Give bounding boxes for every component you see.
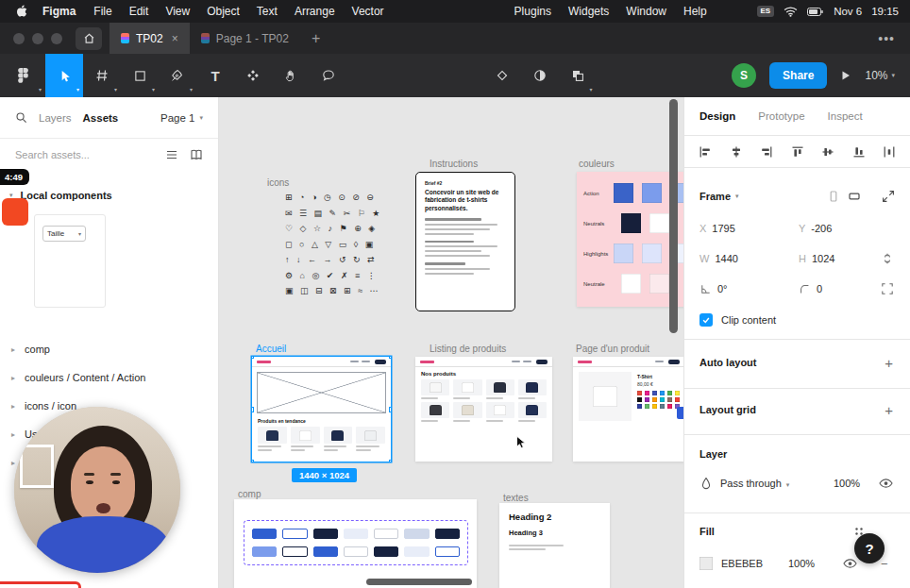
present-icon[interactable] bbox=[840, 70, 851, 81]
color-swatch[interactable] bbox=[621, 274, 641, 294]
y-position-field[interactable]: Y-206 bbox=[799, 223, 832, 234]
new-tab-button[interactable]: + bbox=[300, 30, 331, 47]
library-book-icon[interactable] bbox=[190, 148, 203, 161]
menubar-clock[interactable]: 19:15 bbox=[871, 6, 899, 17]
menu-item[interactable]: Vector bbox=[344, 5, 393, 18]
tab-assets[interactable]: Assets bbox=[83, 112, 119, 124]
eye-icon[interactable] bbox=[879, 478, 893, 489]
shape-tool[interactable]: ▾ bbox=[121, 54, 159, 97]
close-window-button[interactable] bbox=[13, 33, 25, 44]
boolean-groups-tool[interactable]: ▾ bbox=[559, 54, 597, 97]
menu-item[interactable]: Plugins bbox=[506, 5, 560, 18]
assets-tree-item[interactable]: ▸ couleurs / Content / Action bbox=[0, 363, 218, 392]
portrait-orientation-icon[interactable] bbox=[827, 190, 840, 203]
home-tab[interactable] bbox=[76, 27, 102, 50]
selection-handle[interactable] bbox=[389, 357, 391, 359]
color-swatch[interactable] bbox=[649, 274, 669, 294]
selection-handle[interactable] bbox=[252, 407, 254, 412]
landscape-orientation-icon[interactable] bbox=[848, 190, 861, 203]
horizontal-scrollbar[interactable] bbox=[366, 579, 472, 585]
menu-item[interactable]: Window bbox=[617, 5, 675, 18]
webcam-overlay[interactable] bbox=[14, 407, 180, 573]
selection-handle[interactable] bbox=[252, 460, 254, 462]
selection-handle[interactable] bbox=[252, 357, 254, 359]
remove-fill-button[interactable]: − bbox=[881, 557, 888, 571]
comment-tool[interactable] bbox=[310, 54, 347, 97]
x-position-field[interactable]: X1795 bbox=[699, 223, 735, 234]
tab-tp02[interactable]: TP02 × bbox=[110, 23, 190, 54]
minimize-window-button[interactable] bbox=[32, 33, 43, 44]
resources-tool[interactable] bbox=[483, 54, 521, 97]
tab-design[interactable]: Design bbox=[699, 110, 735, 122]
clip-content-checkbox[interactable] bbox=[699, 313, 713, 327]
vertical-scrollbar[interactable] bbox=[669, 99, 678, 333]
align-horizontal-center-icon[interactable] bbox=[730, 145, 743, 159]
page-selector[interactable]: Page 1▾ bbox=[160, 112, 203, 124]
corner-radius-field[interactable]: 0 bbox=[799, 283, 822, 295]
align-top-icon[interactable] bbox=[791, 145, 804, 159]
color-swatch[interactable] bbox=[614, 244, 633, 263]
frame-title-comp[interactable]: comp bbox=[238, 489, 261, 499]
frame-comp[interactable] bbox=[234, 499, 477, 588]
rotation-field[interactable]: 0° bbox=[699, 283, 728, 295]
frame-produit[interactable]: T-Shirt 80,00 € bbox=[573, 357, 683, 462]
selection-handle[interactable] bbox=[389, 460, 391, 462]
frame-title-produit[interactable]: Page d'un produit bbox=[576, 344, 649, 354]
local-components-header[interactable]: ▾ Local components bbox=[0, 184, 218, 207]
hand-tool[interactable] bbox=[272, 54, 310, 97]
align-vertical-center-icon[interactable] bbox=[821, 145, 834, 159]
component-preview-taille[interactable]: Taille▾ bbox=[34, 214, 106, 308]
close-tab-icon[interactable]: × bbox=[170, 32, 178, 45]
add-auto-layout-button[interactable]: + bbox=[885, 355, 893, 371]
frame-title-accueil[interactable]: Accueil bbox=[256, 344, 286, 354]
width-field[interactable]: W1440 bbox=[699, 253, 738, 264]
app-menu-figma[interactable]: Figma bbox=[33, 5, 85, 18]
color-swatch[interactable] bbox=[642, 244, 662, 263]
align-left-icon[interactable] bbox=[699, 145, 712, 159]
pen-tool[interactable]: ▾ bbox=[159, 54, 196, 97]
mask-tool[interactable] bbox=[521, 54, 559, 97]
help-button[interactable]: ? bbox=[854, 533, 885, 563]
frame-couleurs[interactable]: Action Neutrals Highlights bbox=[577, 172, 683, 307]
assets-tree-item[interactable]: ▸ comp bbox=[0, 335, 218, 363]
independent-corners-icon[interactable] bbox=[881, 282, 894, 295]
tab-inspect[interactable]: Inspect bbox=[828, 110, 863, 122]
frame-listing[interactable]: Nos produits bbox=[415, 357, 552, 462]
menu-item[interactable]: Help bbox=[675, 5, 716, 18]
menu-item[interactable]: Widgets bbox=[560, 5, 617, 18]
tab-page1-tp02[interactable]: Page 1 - TP02 bbox=[190, 23, 300, 54]
add-layout-grid-button[interactable]: + bbox=[885, 402, 893, 418]
apple-menu[interactable] bbox=[9, 5, 33, 18]
align-right-icon[interactable] bbox=[760, 145, 773, 159]
frame-instructions[interactable]: Brief #2 Concevoir un site web de fabric… bbox=[415, 172, 515, 311]
menu-item[interactable]: View bbox=[157, 5, 198, 18]
frame-title-instructions[interactable]: Instructions bbox=[430, 159, 478, 169]
color-swatch[interactable] bbox=[649, 213, 669, 233]
tab-prototype[interactable]: Prototype bbox=[758, 110, 804, 122]
color-swatch[interactable] bbox=[621, 213, 641, 233]
layer-opacity-field[interactable]: 100% bbox=[834, 478, 860, 489]
color-swatch[interactable] bbox=[642, 183, 662, 203]
menu-item[interactable]: Object bbox=[198, 5, 248, 18]
blend-mode-dropdown[interactable]: Pass through▾ bbox=[720, 478, 789, 489]
frame-textes[interactable]: Heading 2 Heading 3 bbox=[499, 503, 610, 588]
assets-search-input[interactable]: Search assets... bbox=[15, 149, 154, 160]
menubar-date[interactable]: Nov 6 bbox=[834, 6, 862, 17]
frame-icons[interactable]: ⊞ ◔ ◑ ◷ ⊙ ⊘ ⊖✉ ☰ ▤ ✎ ✂ ⚐ ★♡ ◇ ☆ ♪ ⚑ ⊕ ◈◻… bbox=[285, 190, 396, 299]
keyboard-layout-indicator[interactable]: ES bbox=[757, 6, 775, 17]
tab-layers[interactable]: Layers bbox=[39, 112, 72, 124]
frame-title-listing[interactable]: Listing de produits bbox=[430, 344, 506, 354]
tab-overflow-menu[interactable]: ••• bbox=[863, 31, 910, 46]
menu-item[interactable]: Text bbox=[248, 5, 286, 18]
frame-accueil[interactable]: Produits en tendance bbox=[252, 357, 391, 462]
search-icon[interactable] bbox=[15, 111, 27, 124]
frame-tool[interactable]: ▾ bbox=[83, 54, 121, 97]
fill-hex-field[interactable]: EBEBEB bbox=[721, 558, 763, 569]
menu-item[interactable]: Edit bbox=[121, 5, 158, 18]
component-tool[interactable] bbox=[234, 54, 272, 97]
eye-icon[interactable] bbox=[843, 558, 857, 569]
wifi-icon[interactable] bbox=[784, 7, 798, 17]
text-tool[interactable]: T bbox=[196, 54, 234, 97]
distribute-spacing-icon[interactable] bbox=[883, 145, 896, 159]
frame-title-textes[interactable]: textes bbox=[503, 493, 529, 503]
